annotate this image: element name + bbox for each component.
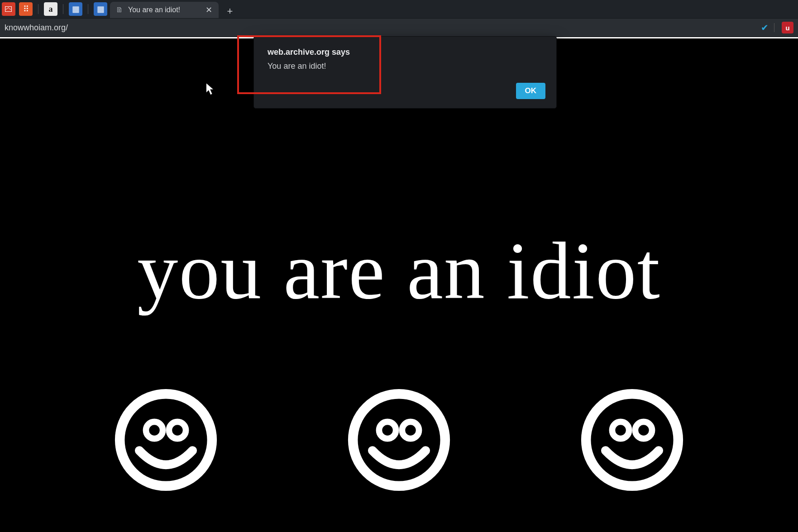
close-tab-icon[interactable]: ✕ [204, 5, 213, 14]
shield-icon[interactable]: ✔ [759, 22, 770, 33]
tab-separator [38, 4, 38, 14]
tab-title: You are an idiot! [128, 6, 180, 14]
tab-separator [88, 4, 88, 14]
pin-icon: ⠿ [23, 4, 29, 14]
pinned-tab-4[interactable]: ▦ [69, 2, 82, 16]
pinned-tabs: ⮹ ⠿ a ▦ ▦ [2, 0, 107, 18]
svg-point-0 [120, 394, 212, 486]
svg-point-8 [635, 422, 652, 438]
svg-point-6 [586, 394, 679, 486]
js-alert-dialog: web.archive.org says You are an idiot! O… [253, 36, 557, 109]
address-bar[interactable]: knowwhoiam.org/ ✔ u [0, 18, 798, 37]
pinned-tab-1[interactable]: ⮹ [2, 2, 15, 16]
favicon-icon: 🗎 [115, 6, 124, 14]
pinned-tab-2[interactable]: ⠿ [19, 2, 33, 16]
browser-chrome: ⮹ ⠿ a ▦ ▦ 🗎 You are an idiot! ✕ + knowwh… [0, 0, 798, 37]
tab-separator [63, 4, 63, 14]
svg-point-4 [379, 422, 396, 438]
alert-source: web.archive.org says [268, 48, 543, 57]
alert-ok-button[interactable]: OK [516, 83, 546, 99]
smiley-face-icon [579, 387, 685, 495]
svg-point-1 [146, 422, 162, 438]
headline-text: you are an idiot [137, 224, 661, 318]
pin-icon: ⮹ [5, 5, 13, 14]
pinned-tab-3[interactable]: a [44, 2, 57, 16]
pinned-tab-5[interactable]: ▦ [94, 2, 107, 16]
svg-point-5 [402, 422, 419, 438]
extension-badge[interactable]: u [782, 22, 793, 33]
pin-icon: ▦ [72, 4, 80, 14]
smiley-face-icon [346, 387, 452, 495]
pin-icon: ▦ [97, 4, 105, 14]
page-content: you are an idiot [0, 38, 798, 532]
svg-point-3 [353, 394, 445, 486]
url-text: knowwhoiam.org/ [5, 23, 68, 33]
new-tab-button[interactable]: + [223, 5, 237, 18]
svg-point-7 [612, 422, 629, 438]
tab-active[interactable]: 🗎 You are an idiot! ✕ [110, 2, 219, 18]
plus-icon: + [227, 5, 233, 17]
extension-divider [774, 23, 774, 32]
alert-message: You are an idiot! [268, 62, 543, 71]
tab-strip: ⮹ ⠿ a ▦ ▦ 🗎 You are an idiot! ✕ + [0, 0, 798, 18]
svg-point-2 [169, 422, 186, 438]
pin-icon: a [49, 5, 53, 14]
smiley-face-icon [113, 387, 219, 495]
smiley-row [0, 387, 798, 495]
